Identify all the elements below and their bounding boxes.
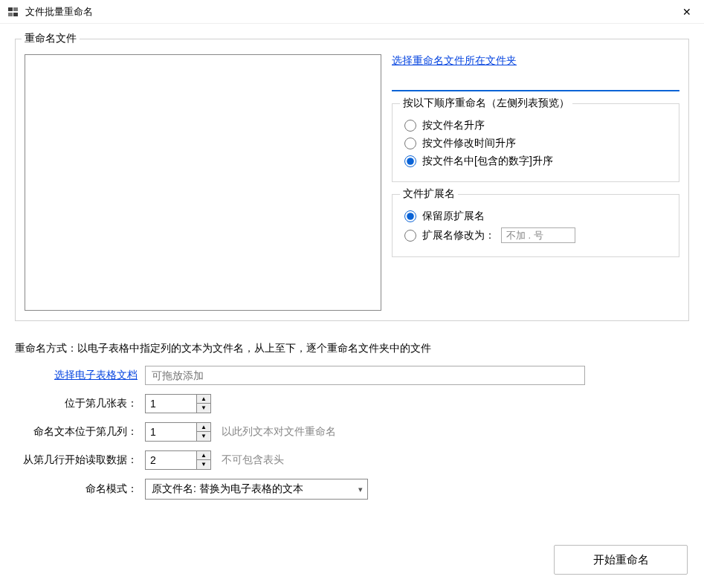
title-bar: 文件批量重命名 ✕ — [0, 0, 704, 24]
app-icon — [7, 6, 19, 18]
order-by-number-radio[interactable]: 按文件名中[包含的数字]升序 — [404, 155, 670, 168]
order-by-number-label: 按文件名中[包含的数字]升序 — [422, 155, 553, 168]
ext-keep-radio-input[interactable] — [404, 210, 416, 222]
chevron-down-icon: ▾ — [358, 485, 363, 494]
ext-keep-label: 保留原扩展名 — [422, 210, 485, 223]
sheet-index-up[interactable]: ▲ — [197, 395, 210, 404]
order-by-name-radio[interactable]: 按文件名升序 — [404, 119, 670, 132]
order-by-mtime-label: 按文件修改时间升序 — [422, 137, 516, 150]
rename-files-group: 重命名文件 选择重命名文件所在文件夹 按以下顺序重命名（左侧列表预览） 按文件名… — [15, 39, 689, 321]
order-by-name-label: 按文件名升序 — [422, 119, 485, 132]
extension-group: 文件扩展名 保留原扩展名 扩展名修改为： — [392, 194, 679, 257]
ext-keep-radio[interactable]: 保留原扩展名 — [404, 210, 670, 223]
start-rename-button[interactable]: 开始重命名 — [554, 545, 688, 575]
folder-path-input[interactable] — [392, 72, 679, 91]
row-hint: 不可包含表头 — [222, 453, 284, 467]
select-spreadsheet-link[interactable]: 选择电子表格文档 — [54, 369, 138, 382]
spreadsheet-form: 选择电子表格文档 位于第几张表： ▲ ▼ 命名文本位于第几列： — [15, 366, 689, 500]
sheet-index-input[interactable] — [146, 395, 196, 413]
rename-method-description: 重命名方式：以电子表格中指定列的文本为文件名，从上至下，逐个重命名文件夹中的文件 — [15, 342, 689, 355]
column-index-down[interactable]: ▼ — [197, 432, 210, 441]
select-folder-link[interactable]: 选择重命名文件所在文件夹 — [392, 54, 679, 68]
column-index-label: 命名文本位于第几列： — [15, 425, 145, 439]
order-by-number-radio-input[interactable] — [404, 155, 416, 167]
svg-rect-0 — [8, 7, 13, 11]
order-group-legend: 按以下顺序重命名（左侧列表预览） — [400, 97, 572, 110]
svg-rect-3 — [13, 13, 18, 16]
mode-value: 原文件名: 替换为电子表格的文本 — [152, 482, 303, 496]
ext-change-input[interactable] — [501, 227, 575, 243]
order-by-name-radio-input[interactable] — [404, 120, 416, 132]
sheet-index-stepper[interactable]: ▲ ▼ — [145, 394, 211, 413]
ext-change-label: 扩展名修改为： — [422, 229, 495, 242]
svg-rect-1 — [13, 7, 18, 11]
rename-files-legend: 重命名文件 — [22, 32, 80, 45]
column-hint: 以此列文本对文件重命名 — [222, 425, 336, 439]
row-start-stepper[interactable]: ▲ ▼ — [145, 450, 211, 470]
mode-label: 命名模式： — [15, 482, 145, 496]
order-group: 按以下顺序重命名（左侧列表预览） 按文件名升序 按文件修改时间升序 按文件名中[… — [392, 103, 679, 182]
mode-combobox[interactable]: 原文件名: 替换为电子表格的文本 ▾ — [145, 479, 368, 500]
start-rename-label: 开始重命名 — [593, 553, 649, 567]
sheet-index-down[interactable]: ▼ — [197, 404, 210, 413]
order-by-mtime-radio-input[interactable] — [404, 138, 416, 149]
ext-change-radio-input[interactable] — [404, 230, 416, 242]
column-index-up[interactable]: ▲ — [197, 423, 210, 432]
svg-rect-2 — [8, 13, 13, 16]
sheet-index-label: 位于第几张表： — [15, 397, 145, 410]
ext-change-radio[interactable]: 扩展名修改为： — [404, 227, 670, 243]
window-title: 文件批量重命名 — [25, 5, 93, 19]
row-start-input[interactable] — [146, 451, 196, 469]
column-index-stepper[interactable]: ▲ ▼ — [145, 422, 211, 442]
preview-listbox[interactable] — [25, 54, 381, 311]
extension-group-legend: 文件扩展名 — [400, 187, 458, 201]
column-index-input[interactable] — [146, 423, 196, 441]
row-start-label: 从第几行开始读取数据： — [15, 453, 145, 467]
row-start-down[interactable]: ▼ — [197, 460, 210, 469]
spreadsheet-path-input[interactable] — [145, 366, 585, 385]
close-button[interactable]: ✕ — [670, 0, 704, 24]
close-icon: ✕ — [682, 6, 691, 18]
row-start-up[interactable]: ▲ — [197, 451, 210, 460]
order-by-mtime-radio[interactable]: 按文件修改时间升序 — [404, 137, 670, 150]
